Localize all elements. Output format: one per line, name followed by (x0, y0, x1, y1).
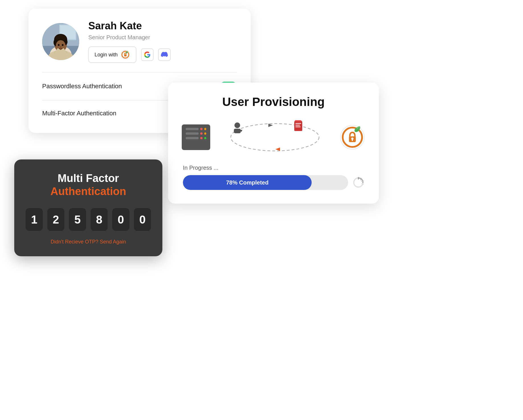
brand-icon (120, 50, 130, 60)
otp-digit-6: 0 (134, 208, 151, 231)
svg-rect-17 (124, 54, 126, 56)
passwordless-label: Passwordless Authentication (42, 83, 122, 90)
svg-rect-24 (294, 121, 302, 131)
progress-fill: 78% Completed (183, 175, 312, 190)
loading-spinner (353, 177, 364, 188)
svg-marker-30 (275, 147, 280, 151)
discord-icon (161, 52, 168, 58)
profile-role: Senior Product Manager (88, 34, 171, 41)
svg-rect-35 (352, 139, 353, 141)
avatar (42, 23, 79, 60)
in-progress-label: In Progress ... (183, 165, 364, 171)
discord-button[interactable] (158, 48, 171, 61)
svg-rect-22 (234, 129, 241, 133)
mfa-label: Multi-Factor Authentication (42, 110, 116, 117)
svg-marker-29 (268, 124, 273, 127)
mfa-title: Multi Factor Authentication (26, 172, 151, 198)
login-row: Login with (88, 46, 171, 63)
resend-text: Didn't Recieve OTP? (51, 239, 99, 245)
google-button[interactable] (141, 48, 154, 61)
svg-line-42 (362, 181, 363, 181)
divider (42, 72, 237, 73)
provisioning-diagram (182, 120, 365, 154)
progress-label: 78% Completed (226, 179, 269, 186)
brand-logo (340, 124, 365, 150)
svg-marker-28 (294, 120, 302, 121)
svg-rect-25 (295, 123, 301, 124)
otp-resend-row: Didn't Recieve OTP? Send Again (26, 239, 151, 245)
provisioning-card: User Provisioning (168, 83, 379, 204)
otp-digit-4: 8 (91, 208, 108, 231)
progress-bar: 78% Completed (183, 175, 348, 190)
svg-point-14 (60, 46, 62, 47)
provisioning-title: User Provisioning (182, 95, 365, 109)
profile-top: Sarah Kate Senior Product Manager Login … (42, 20, 237, 63)
progress-row: 78% Completed (183, 175, 364, 190)
mfa-card: Multi Factor Authentication 1 2 5 8 0 0 … (14, 159, 162, 256)
profile-name: Sarah Kate (88, 20, 171, 32)
otp-digit-3: 5 (69, 208, 86, 231)
progress-section: In Progress ... 78% Completed (182, 165, 365, 190)
profile-info: Sarah Kate Senior Product Manager Login … (88, 20, 171, 63)
mfa-title-line1: Multi Factor (26, 172, 151, 185)
svg-line-43 (362, 184, 363, 184)
otp-digit-5: 0 (112, 208, 129, 231)
send-again-link[interactable]: Send Again (100, 239, 126, 245)
svg-rect-26 (295, 125, 300, 126)
otp-row: 1 2 5 8 0 0 (26, 208, 151, 231)
svg-point-12 (58, 44, 60, 46)
otp-digit-2: 2 (47, 208, 64, 231)
mfa-title-line2: Authentication (50, 185, 126, 197)
svg-rect-27 (295, 126, 301, 127)
login-label: Login with (95, 52, 118, 58)
flow-diagram (213, 120, 337, 154)
google-icon (144, 51, 151, 58)
svg-point-20 (231, 124, 319, 151)
svg-point-13 (62, 44, 64, 46)
svg-point-21 (234, 122, 240, 128)
otp-digit-1: 1 (26, 208, 43, 231)
server-icon (182, 124, 210, 150)
login-with-button[interactable]: Login with (88, 46, 136, 63)
